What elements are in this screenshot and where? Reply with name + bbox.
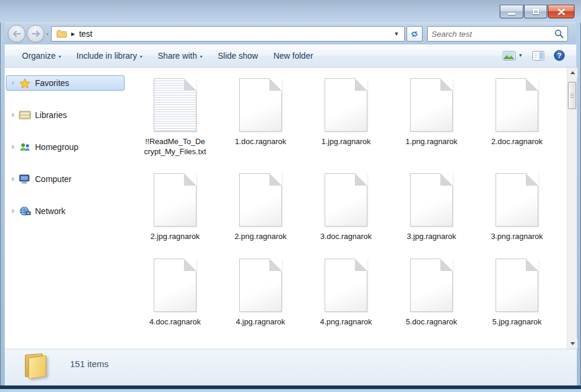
toolbar-right-icons: ▼ ? (501, 48, 567, 63)
blank-file-icon (325, 78, 367, 132)
scrollbar-thumb[interactable] (568, 82, 576, 109)
blank-file-icon (410, 78, 453, 132)
text-file-icon (154, 78, 196, 132)
preview-pane-button[interactable] (531, 49, 546, 62)
command-toolbar: Organize ▾ Include in library ▾ Share wi… (5, 44, 576, 68)
breadcrumb-arrow-icon: ▶ (71, 31, 75, 37)
file-item-2-png-ragnarok[interactable]: 2.png.ragnarok (218, 173, 303, 242)
maximize-icon (533, 9, 539, 14)
sidebar-item-favorites[interactable]: Favorites (6, 75, 125, 91)
file-item-5-jpg-ragnarok[interactable]: 5.jpg.ragnarok (474, 259, 560, 327)
svg-text:?: ? (557, 52, 561, 60)
chevron-down-icon: ▾ (59, 54, 61, 59)
help-icon: ? (554, 50, 565, 61)
blank-file-icon (496, 173, 538, 227)
file-item-4-doc-ragnarok[interactable]: 4.doc.ragnarok (132, 259, 218, 327)
scroll-up-button[interactable] (567, 68, 577, 78)
folder-icon (56, 30, 67, 38)
network-icon (19, 206, 31, 216)
toolbar-button-slide-show[interactable]: Slide show (210, 47, 266, 64)
file-item-4-jpg-ragnarok[interactable]: 4.jpg.ragnarok (218, 259, 303, 327)
expander-icon[interactable] (12, 177, 15, 181)
title-bar[interactable] (0, 0, 581, 23)
scroll-down-button[interactable] (567, 339, 577, 349)
expander-icon[interactable] (12, 113, 15, 117)
maximize-button[interactable] (524, 5, 547, 18)
expander-icon[interactable] (12, 209, 15, 213)
status-bar: 151 items (5, 349, 577, 385)
close-button[interactable] (548, 5, 574, 18)
expander-icon[interactable] (12, 81, 15, 85)
computer-icon (19, 174, 31, 184)
libraries-icon (19, 110, 31, 120)
blank-file-icon (410, 173, 453, 227)
vertical-scrollbar[interactable] (567, 68, 577, 349)
file-item-3-jpg-ragnarok[interactable]: 3.jpg.ragnarok (389, 173, 474, 242)
file-item-4-png-ragnarok[interactable]: 4.png.ragnarok (303, 259, 389, 327)
file-item-3-png-ragnarok[interactable]: 3.png.ragnarok (474, 173, 560, 242)
toolbar-button-new-folder[interactable]: New folder (266, 47, 321, 64)
blank-file-icon (410, 259, 453, 312)
close-icon (558, 9, 565, 15)
breadcrumb[interactable]: ▶ test (54, 29, 95, 39)
file-item-1-jpg-ragnarok[interactable]: 1.jpg.ragnarok (303, 78, 389, 157)
explorer-window: ▾ ▶ test ▼ (0, 0, 581, 392)
file-list: !!ReadMe_To_Decrypt_My_Files.txt 1.doc.r… (128, 68, 567, 349)
blank-file-icon (239, 173, 282, 227)
blank-file-icon (154, 259, 196, 312)
homegroup-icon (19, 142, 31, 152)
navigation-bar: ▾ ▶ test ▼ (5, 23, 576, 44)
blank-file-icon (154, 173, 196, 227)
search-box[interactable] (427, 26, 568, 42)
file-item-1-doc-ragnarok[interactable]: 1.doc.ragnarok (218, 78, 303, 157)
blank-file-icon (239, 78, 282, 132)
forward-button[interactable] (27, 25, 45, 43)
search-icon[interactable] (554, 29, 564, 39)
navigation-pane: Favorites Libraries Homegroup Computer (5, 68, 128, 349)
toolbar-button-include-in-library[interactable]: Include in library ▾ (69, 47, 150, 64)
file-item-2-doc-ragnarok[interactable]: 2.doc.ragnarok (474, 78, 560, 157)
file-item-3-doc-ragnarok[interactable]: 3.doc.ragnarok (303, 173, 389, 242)
help-button[interactable]: ? (552, 48, 567, 63)
blank-file-icon (496, 259, 538, 312)
chevron-down-icon: ▾ (140, 54, 142, 59)
views-dropdown-icon[interactable]: ▼ (518, 53, 523, 58)
main-area: Favorites Libraries Homegroup Computer (5, 68, 577, 349)
blank-file-icon (239, 259, 282, 312)
scroll-up-icon (570, 71, 575, 74)
views-icon (503, 51, 516, 60)
file-item-5-doc-ragnarok[interactable]: 5.doc.ragnarok (389, 259, 474, 327)
file-item-1-png-ragnarok[interactable]: 1.png.ragnarok (389, 78, 474, 157)
refresh-button[interactable] (407, 26, 423, 42)
toolbar-button-organize[interactable]: Organize ▾ (14, 47, 69, 64)
breadcrumb-folder[interactable]: test (79, 29, 93, 39)
address-dropdown-icon[interactable]: ▼ (391, 31, 402, 37)
expander-icon[interactable] (12, 145, 15, 149)
folder-icon (21, 353, 52, 380)
toolbar-button-share-with[interactable]: Share with ▾ (150, 47, 210, 64)
item-count: 151 items (70, 359, 109, 369)
back-arrow-icon (12, 30, 21, 37)
minimize-button[interactable] (500, 5, 523, 18)
window-bottom-border (0, 389, 581, 392)
back-button[interactable] (8, 25, 26, 43)
sidebar-item-network[interactable]: Network (6, 203, 125, 219)
sidebar-item-computer[interactable]: Computer (6, 171, 125, 187)
chevron-down-icon: ▾ (200, 54, 202, 59)
sidebar-item-homegroup[interactable]: Homegroup (6, 139, 125, 155)
address-bar[interactable]: ▶ test ▼ (51, 26, 405, 42)
recent-pages-chevron-icon[interactable]: ▾ (46, 31, 49, 37)
minimize-icon (508, 13, 515, 15)
views-button[interactable]: ▼ (501, 49, 525, 62)
search-input[interactable] (431, 30, 554, 39)
refresh-icon (410, 30, 419, 39)
blank-file-icon (325, 173, 367, 227)
preview-pane-icon (532, 51, 544, 60)
file-item-2-jpg-ragnarok[interactable]: 2.jpg.ragnarok (132, 173, 218, 242)
favorites-star-icon (19, 78, 31, 88)
blank-file-icon (496, 78, 538, 132)
file-item-readme-to-decrypt-my-files-txt[interactable]: !!ReadMe_To_Decrypt_My_Files.txt (132, 78, 218, 157)
sidebar-item-libraries[interactable]: Libraries (6, 107, 125, 123)
window-controls (499, 5, 574, 18)
forward-arrow-icon (31, 30, 40, 37)
